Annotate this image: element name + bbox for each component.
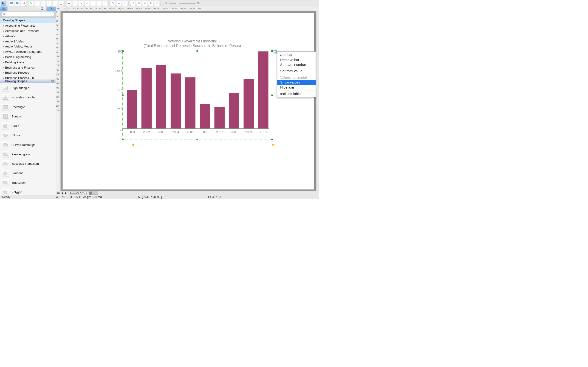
tree-item[interactable]: ▸Building Plans [0, 60, 56, 65]
shape-item[interactable]: Isosceles triangle [0, 93, 56, 102]
connector-tool-4[interactable] [47, 1, 52, 6]
tree-item[interactable]: ▸AWS Architecture Diagrams [0, 49, 56, 54]
shape-item[interactable]: Polygon [0, 187, 56, 195]
zoom-out-icon[interactable] [165, 1, 168, 5]
curve-tool-3[interactable] [78, 1, 84, 6]
curve-tool-1[interactable] [67, 1, 72, 6]
resize-handle-tm[interactable] [197, 50, 198, 52]
zoom-slider-track[interactable] [169, 3, 195, 4]
canvas-area[interactable]: National Govermrnt Financing(Total Exter… [61, 11, 319, 191]
resize-handle-bl[interactable] [122, 139, 124, 140]
svg-rect-16 [124, 3, 125, 4]
zoom-slider-thumb[interactable] [176, 2, 179, 5]
tree-item[interactable]: ▸Business and Finance [0, 65, 56, 70]
zoom-display[interactable]: Custom 76% ▾ [69, 191, 88, 194]
shape-label: Isosceles triangle [11, 96, 35, 99]
shapes-list[interactable]: Right triangleIsosceles triangleRectangl… [0, 83, 56, 195]
chart-context-menu[interactable]: Add barRemove barSet bars numberSet max … [277, 51, 316, 97]
svg-line-23 [199, 3, 199, 4]
resize-handle-mr[interactable] [271, 94, 273, 96]
close-icon[interactable]: × [51, 80, 54, 83]
tree-tab[interactable] [0, 6, 8, 11]
shape-search-input[interactable] [2, 12, 54, 17]
vertical-scrollbar[interactable] [316, 11, 319, 191]
anchor-marker[interactable] [272, 144, 274, 146]
view-mode-buttons[interactable] [89, 192, 98, 194]
chart-smart-action-button[interactable]: ▶ [274, 50, 277, 53]
menu-item[interactable]: Inclined lables [277, 91, 316, 96]
connector-tool-3[interactable] [41, 1, 46, 6]
svg-point-8 [104, 2, 104, 2]
page-first-icon[interactable]: ⏮ [57, 192, 60, 194]
table-tool[interactable] [21, 1, 26, 6]
pan-tool[interactable] [142, 1, 147, 6]
menu-item[interactable]: Show values [277, 80, 316, 85]
page-prev-icon[interactable]: ◀ [61, 192, 64, 194]
curve-tool-5[interactable] [90, 1, 95, 6]
menu-item[interactable]: Set max value [277, 69, 316, 74]
shape-item[interactable]: Right triangle [0, 83, 56, 93]
curve-tool-6[interactable] [96, 1, 102, 6]
resize-handle-br[interactable] [271, 139, 273, 140]
pencil-tool[interactable] [154, 1, 159, 6]
tree-item[interactable]: ▸Aerospace and Transport [0, 28, 56, 33]
node-tool-3[interactable] [122, 1, 128, 6]
document-page[interactable]: National Govermrnt Financing(Total Exter… [62, 13, 314, 190]
resize-handle-bm[interactable] [197, 139, 198, 140]
connector-tool-2[interactable] [35, 1, 40, 6]
curve-tool-4[interactable] [85, 1, 90, 6]
tree-item[interactable]: Drawing Shapes [0, 18, 56, 23]
tree-item-label: Aerospace and Transport [5, 29, 39, 33]
zoom-stepper-icon[interactable]: ▾ [86, 192, 87, 194]
pointer-tool[interactable] [1, 1, 6, 6]
grid-tab[interactable] [37, 7, 46, 11]
tree-item[interactable]: ▸Audio, Video, Media [0, 44, 56, 49]
menu-item[interactable]: Set bars number [277, 62, 316, 67]
connector-tool-5[interactable] [52, 1, 58, 6]
resize-handle-tl[interactable] [122, 50, 124, 52]
zoom-display-label: Custom 76% [70, 192, 85, 194]
shape-item[interactable]: Rectangle [0, 102, 56, 112]
ellipse-tool[interactable] [15, 1, 20, 6]
zoom-tool[interactable] [137, 1, 141, 6]
node-tool-1[interactable] [111, 1, 115, 6]
align-tool[interactable] [148, 1, 153, 6]
refresh-tool[interactable] [130, 1, 136, 6]
tree-item[interactable]: ▸Business Process [0, 70, 56, 75]
connector-tool-1[interactable] [29, 1, 34, 6]
svg-rect-39 [4, 115, 8, 118]
shape-item[interactable]: Circle [0, 121, 56, 131]
shape-item[interactable]: Diamond [0, 169, 56, 178]
zoom-in-icon[interactable] [197, 1, 200, 5]
shape-item[interactable]: Ellipse [0, 131, 56, 140]
selection-box[interactable] [122, 51, 272, 140]
node-tool-2[interactable] [116, 1, 121, 6]
page-next-icon[interactable]: ▶ [65, 192, 68, 194]
shape-item[interactable]: Isosceles Trapezium [0, 159, 56, 168]
curve-tool-7[interactable] [103, 1, 107, 6]
svg-point-1 [16, 2, 19, 4]
tree-item[interactable]: ▸Accounting Flowcharts [0, 23, 56, 28]
curve-tool-2[interactable] [73, 1, 78, 6]
shape-item[interactable]: Curved Rectangle [0, 140, 56, 150]
shape-item[interactable]: Square [0, 112, 56, 121]
search-tab[interactable] [46, 7, 56, 11]
tree-item[interactable]: ▸Business Process 2,0 [0, 75, 56, 79]
library-tree[interactable]: Drawing Shapes▸Accounting Flowcharts▸Aer… [0, 18, 56, 79]
anchor-marker[interactable] [132, 144, 135, 146]
menu-item[interactable]: Remove bar [277, 57, 316, 62]
menu-item[interactable]: Hide axis [277, 85, 316, 90]
active-category-bar[interactable]: Drawing Shapes × [0, 79, 56, 83]
menu-item[interactable]: Add bar [277, 52, 316, 57]
tree-item[interactable]: ▸Basic Diagramming [0, 54, 56, 60]
shape-item[interactable]: Parallelogram [0, 150, 56, 159]
tree-item[interactable]: ▸Audio & Video [0, 39, 56, 44]
shape-item[interactable]: Trapezium [0, 178, 56, 187]
zoom-slider[interactable] [165, 1, 200, 5]
svg-rect-33 [42, 8, 43, 8]
tree-item[interactable]: ▸Artwork [0, 33, 56, 39]
page-tool[interactable] [59, 1, 64, 6]
resize-handle-ml[interactable] [122, 94, 124, 96]
rect-tool[interactable] [9, 1, 14, 6]
resize-handle-tr[interactable] [271, 50, 273, 52]
